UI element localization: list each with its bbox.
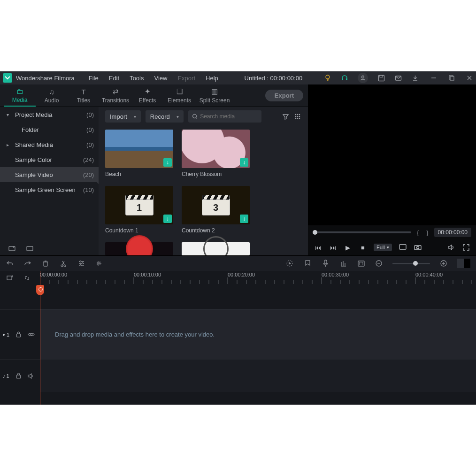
record-dropdown[interactable]: Record▾ — [146, 110, 184, 123]
split-icon: ▥ — [211, 87, 218, 96]
menu-tools[interactable]: Tools — [125, 75, 148, 82]
voiceover-icon[interactable] — [321, 259, 330, 268]
prev-frame-icon[interactable]: ⏮ — [314, 243, 322, 252]
quality-dropdown[interactable]: Full▾ — [374, 244, 392, 251]
mute-icon[interactable] — [28, 373, 34, 379]
media-card-countdown-2[interactable]: 3↓ Countdown 2 — [182, 186, 250, 234]
grid-view-icon[interactable] — [294, 113, 301, 120]
add-track-icon[interactable] — [6, 274, 14, 282]
snapshot-icon[interactable] — [414, 243, 422, 252]
adjust-icon[interactable] — [77, 259, 85, 268]
mail-icon[interactable] — [394, 74, 402, 82]
filter-icon[interactable] — [282, 113, 289, 120]
media-label: Countdown 2 — [182, 227, 250, 234]
link-icon[interactable] — [23, 274, 31, 282]
export-button[interactable]: Export — [265, 90, 303, 101]
eye-icon[interactable] — [28, 332, 35, 337]
time-ruler[interactable]: 00:00:00:00 00:00:10:00 00:00:20:00 00:0… — [40, 271, 476, 285]
lock-icon[interactable] — [16, 373, 21, 379]
svg-point-22 — [299, 118, 300, 119]
download-icon[interactable] — [411, 74, 419, 82]
media-card-partial-2[interactable] — [182, 242, 250, 255]
maximize-icon[interactable] — [448, 74, 455, 82]
sidebar-item-sample-video[interactable]: Sample Video(20) — [0, 167, 99, 182]
preview-viewport[interactable] — [308, 107, 476, 225]
save-icon[interactable] — [377, 74, 385, 82]
download-badge-icon[interactable]: ↓ — [240, 215, 248, 223]
next-frame-icon[interactable]: ⏭ — [329, 243, 337, 252]
download-badge-icon[interactable]: ↓ — [163, 215, 172, 223]
svg-rect-35 — [360, 262, 363, 265]
download-badge-icon[interactable]: ↓ — [163, 158, 172, 167]
marker-icon[interactable] — [303, 259, 312, 268]
timeline-hint: Drag and drop media and effects here to … — [55, 331, 215, 338]
search-field[interactable] — [200, 113, 258, 120]
render-icon[interactable] — [285, 259, 294, 268]
stop-icon[interactable]: ■ — [359, 243, 367, 252]
audio-track-header[interactable]: ♪1 — [0, 359, 40, 392]
middle-panel: ▾Project Media(0) Folder(0) ▸Shared Medi… — [0, 107, 476, 256]
svg-point-14 — [295, 114, 297, 115]
tab-elements[interactable]: ❏Elements — [163, 84, 195, 107]
video-track-header[interactable]: ▸1 — [0, 309, 40, 359]
svg-rect-34 — [358, 261, 364, 266]
mark-out-icon[interactable]: } — [424, 229, 430, 236]
sidebar-item-folder[interactable]: Folder(0) — [0, 122, 99, 137]
playhead[interactable] — [40, 271, 40, 405]
download-badge-icon[interactable]: ↓ — [240, 158, 248, 167]
tracks-area[interactable]: 00:00:00:00 00:00:10:00 00:00:20:00 00:0… — [40, 271, 476, 405]
display-icon[interactable] — [399, 243, 407, 252]
search-input[interactable] — [188, 110, 261, 123]
new-folder-icon[interactable] — [8, 245, 16, 252]
undo-icon[interactable] — [6, 259, 14, 268]
lightbulb-icon[interactable] — [324, 74, 331, 82]
sidebar-item-shared-media[interactable]: ▸Shared Media(0) — [0, 137, 99, 152]
audio-mixer-icon[interactable] — [339, 259, 347, 268]
headphones-icon[interactable] — [341, 74, 348, 82]
svg-point-19 — [299, 116, 300, 117]
mark-in-icon[interactable]: { — [415, 229, 421, 236]
media-card-beach[interactable]: ↓ Beach — [105, 130, 173, 177]
tab-split-screen[interactable]: ▥Split Screen — [195, 84, 234, 107]
delete-icon[interactable] — [41, 259, 50, 268]
audio-track[interactable] — [40, 359, 476, 392]
play-icon[interactable]: ▶ — [344, 243, 352, 252]
crop-icon[interactable] — [357, 259, 365, 268]
redo-icon[interactable] — [23, 259, 32, 268]
account-icon[interactable] — [358, 73, 368, 83]
import-dropdown[interactable]: Import▾ — [105, 110, 141, 123]
zoom-out-icon[interactable] — [375, 259, 383, 268]
tab-media[interactable]: 🗀Media — [4, 84, 36, 107]
tab-effects[interactable]: ✦Effects — [131, 84, 163, 107]
seek-slider[interactable] — [313, 231, 411, 233]
tab-transitions[interactable]: ⇄Transitions — [100, 84, 131, 107]
zoom-slider[interactable] — [392, 263, 430, 264]
collapse-handle-icon[interactable] — [96, 178, 99, 184]
media-card-cherry-blossom[interactable]: ↓ Cherry Blossom — [182, 130, 250, 177]
folder-icon[interactable] — [26, 245, 34, 252]
menu-file[interactable]: File — [84, 75, 103, 82]
menu-export[interactable]: Export — [173, 75, 200, 82]
volume-icon[interactable] — [447, 243, 455, 252]
sidebar-item-project-media[interactable]: ▾Project Media(0) — [0, 107, 99, 122]
waveform-icon[interactable] — [95, 259, 103, 268]
tab-titles[interactable]: TTitles — [68, 84, 100, 107]
menu-view[interactable]: View — [149, 75, 172, 82]
preview-controls: ⏮ ⏭ ▶ ■ Full▾ — [308, 239, 476, 255]
lock-icon[interactable] — [16, 331, 21, 338]
sidebar-item-sample-green-screen[interactable]: Sample Green Screen(10) — [0, 182, 99, 197]
video-track[interactable]: Drag and drop media and effects here to … — [40, 309, 476, 359]
tab-audio[interactable]: ♫Audio — [36, 84, 68, 107]
media-card-partial-1[interactable] — [105, 242, 173, 255]
sidebar-item-sample-color[interactable]: Sample Color(24) — [0, 152, 99, 167]
close-icon[interactable] — [466, 74, 473, 82]
split-icon[interactable] — [59, 259, 68, 268]
minimize-icon[interactable] — [430, 74, 438, 82]
menu-help[interactable]: Help — [201, 75, 223, 82]
timeline-view-toggle[interactable] — [457, 259, 470, 268]
playhead-handle-icon[interactable] — [36, 285, 44, 295]
media-card-countdown-1[interactable]: 1↓ Countdown 1 — [105, 186, 173, 234]
zoom-in-icon[interactable] — [439, 259, 448, 268]
menu-edit[interactable]: Edit — [104, 75, 124, 82]
fullscreen-icon[interactable] — [462, 243, 470, 252]
